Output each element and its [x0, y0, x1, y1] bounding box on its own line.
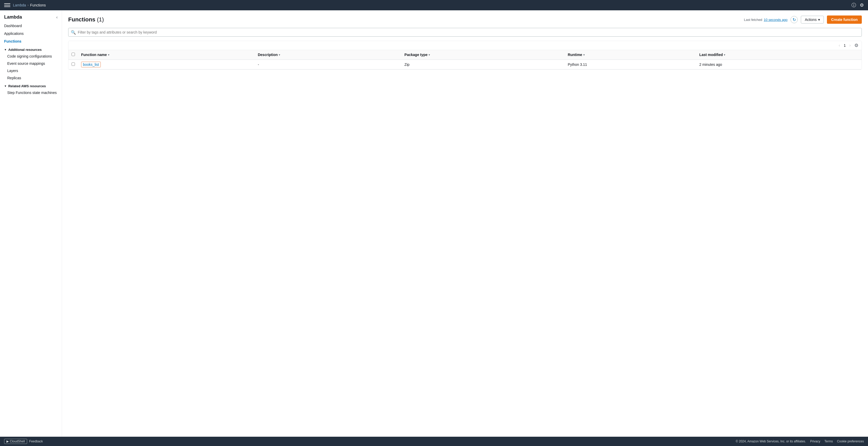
page-header: Functions (1) Last fetched 10 seconds ag… [68, 15, 862, 24]
pagination-next-button[interactable]: › [848, 43, 852, 48]
sort-icon-last-modified: ▾ [724, 54, 725, 56]
row-description-cell: - [255, 60, 401, 69]
select-all-checkbox[interactable] [71, 53, 75, 56]
functions-table: Function name ▾ Description ▾ [68, 50, 862, 69]
header-actions: Last fetched 10 seconds ago ↻ Actions ▾ … [744, 15, 862, 24]
create-function-button[interactable]: Create function [827, 15, 862, 24]
cloudshell-label: CloudShell [10, 440, 25, 443]
col-last-modified[interactable]: Last modified ▾ [696, 50, 862, 60]
search-input[interactable] [68, 28, 862, 37]
footer-left: ▶ CloudShell Feedback [4, 439, 43, 444]
sidebar-title: Lambda [4, 14, 22, 20]
row-runtime-cell: Python 3.11 [565, 60, 696, 69]
actions-button[interactable]: Actions ▾ [801, 16, 824, 24]
actions-label: Actions [805, 18, 816, 22]
related-aws-label: Related AWS resources [8, 84, 46, 88]
last-fetched-info: Last fetched 10 seconds ago [744, 18, 788, 22]
breadcrumb-separator: › [28, 3, 29, 7]
sidebar-collapse-button[interactable]: ‹ [56, 15, 58, 20]
sidebar-item-code-signing[interactable]: Code signing configurations [0, 53, 62, 60]
row-function-name-cell: books_list [78, 60, 255, 69]
refresh-button[interactable]: ↻ [790, 16, 798, 23]
sidebar-section-additional-resources[interactable]: ▼ Additional resources [0, 45, 62, 53]
footer-terms-link[interactable]: Terms [824, 440, 833, 443]
sort-icon-description: ▾ [279, 54, 280, 56]
footer-copyright: © 2024, Amazon Web Services, Inc. or its… [736, 440, 806, 443]
page-title: Functions (1) [68, 16, 104, 23]
sidebar-item-step-functions[interactable]: Step Functions state machines [0, 89, 62, 96]
footer: ▶ CloudShell Feedback © 2024, Amazon Web… [0, 437, 868, 446]
page-title-count: (1) [97, 16, 104, 23]
functions-table-container: ‹ 1 › ⚙ Function name ▾ [68, 41, 862, 70]
table-header-row: Function name ▾ Description ▾ [68, 50, 862, 60]
sidebar-header: Lambda ‹ [0, 10, 62, 22]
sort-icon-package-type: ▾ [429, 54, 430, 56]
sidebar-item-applications[interactable]: Applications [0, 30, 62, 37]
main-layout: Lambda ‹ Dashboard Applications Function… [0, 10, 868, 437]
additional-resources-label: Additional resources [8, 48, 41, 52]
settings-icon[interactable]: ⚙ [860, 2, 864, 8]
col-description[interactable]: Description ▾ [255, 50, 401, 60]
main-content: Functions (1) Last fetched 10 seconds ag… [62, 10, 868, 437]
related-aws-arrow: ▼ [4, 85, 7, 88]
table-settings-button[interactable]: ⚙ [854, 43, 859, 48]
sidebar-item-layers[interactable]: Layers [0, 67, 62, 74]
pagination-prev-button[interactable]: ‹ [837, 43, 842, 48]
top-nav: Lambda › Functions ⓘ ⚙ [0, 0, 868, 10]
feedback-button[interactable]: Feedback [29, 440, 43, 443]
footer-privacy-link[interactable]: Privacy [810, 440, 820, 443]
sidebar-item-functions[interactable]: Functions [0, 37, 62, 45]
function-name-link[interactable]: books_list [81, 62, 101, 67]
col-package-type[interactable]: Package type ▾ [401, 50, 565, 60]
pagination-current: 1 [844, 43, 846, 47]
sort-icon-runtime: ▾ [583, 54, 585, 56]
footer-right: © 2024, Amazon Web Services, Inc. or its… [736, 440, 864, 443]
header-checkbox-col [68, 50, 78, 60]
table-toolbar: ‹ 1 › ⚙ [68, 41, 862, 50]
row-checkbox-cell [68, 60, 78, 69]
sidebar: Lambda ‹ Dashboard Applications Function… [0, 10, 62, 437]
info-icon[interactable]: ⓘ [851, 2, 856, 8]
row-last-modified-cell: 2 minutes ago [696, 60, 862, 69]
col-function-name[interactable]: Function name ▾ [78, 50, 255, 60]
top-nav-right: ⓘ ⚙ [851, 2, 864, 8]
menu-icon[interactable] [4, 2, 10, 8]
cloudshell-icon: ▶ [6, 440, 9, 443]
breadcrumb-current: Functions [30, 3, 46, 7]
cloudshell-button[interactable]: ▶ CloudShell [4, 439, 27, 444]
sidebar-item-replicas[interactable]: Replicas [0, 74, 62, 81]
search-bar: 🔍 [68, 28, 862, 37]
actions-chevron-icon: ▾ [818, 18, 820, 22]
row-checkbox[interactable] [71, 63, 75, 66]
additional-resources-arrow: ▼ [4, 48, 7, 51]
search-icon: 🔍 [71, 30, 76, 35]
fetch-time-link[interactable]: 10 seconds ago [764, 18, 788, 22]
row-package-type-cell: Zip [401, 60, 565, 69]
col-runtime[interactable]: Runtime ▾ [565, 50, 696, 60]
breadcrumb-lambda-link[interactable]: Lambda [13, 3, 26, 7]
sort-icon-function-name: ▾ [108, 54, 109, 56]
table-row: books_list - Zip Python 3.11 2 minutes a… [68, 60, 862, 69]
sidebar-item-event-source[interactable]: Event source mappings [0, 60, 62, 67]
footer-cookie-link[interactable]: Cookie preferences [837, 440, 864, 443]
breadcrumb: Lambda › Functions [13, 3, 46, 7]
sidebar-section-related-aws[interactable]: ▼ Related AWS resources [0, 81, 62, 89]
sidebar-item-dashboard[interactable]: Dashboard [0, 22, 62, 30]
